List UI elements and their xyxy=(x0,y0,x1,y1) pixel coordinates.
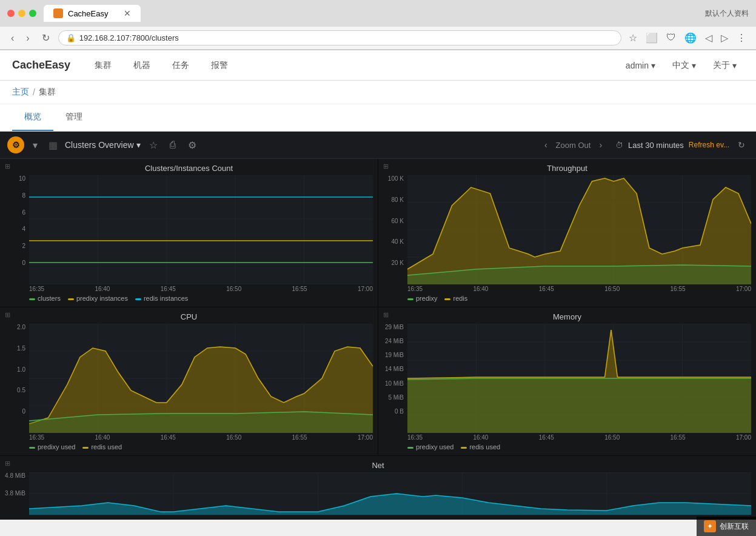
nav-task[interactable]: 任务 xyxy=(162,55,199,76)
chart-throughput: ⊞ Throughput 100 K 80 K 60 K 40 K 20 K xyxy=(378,159,756,307)
app-nav-right: admin▾ 中文▾ 关于▾ xyxy=(618,55,744,76)
browser-tab-empty xyxy=(148,10,177,17)
tab-close-button[interactable]: ✕ xyxy=(124,8,131,18)
chart-net: ⊞ Net 4.8 MiB 3.8 MiB xyxy=(0,456,756,520)
address-text: 192.168.2.107:7800/clusters xyxy=(79,33,614,42)
browser-chrome: CacheEasy ✕ 默认个人资料 ‹ › ↻ 🔒 192.168.2.107… xyxy=(0,0,756,50)
chart-area-instances: 10 8 6 4 2 0 xyxy=(5,175,373,302)
chart-svg-net xyxy=(29,472,751,515)
about-menu[interactable]: 关于▾ xyxy=(706,55,744,76)
tab-overview[interactable]: 概览 xyxy=(12,104,53,131)
dashboard: ⚙ ▾ ▦ Clusters Overview ▾ ☆ ⎙ ⚙ ‹ Zoom O… xyxy=(0,132,756,520)
chart-title-cpu: CPU xyxy=(5,312,373,321)
bookmark-icon[interactable]: ☆ xyxy=(626,31,640,45)
browser-nav: ‹ › ↻ 🔒 192.168.2.107:7800/clusters ☆ ⬜ … xyxy=(0,27,756,50)
expand-icon-memory[interactable]: ⊞ xyxy=(383,311,389,319)
tab-manage[interactable]: 管理 xyxy=(53,104,95,131)
extensions-icon[interactable]: ⬜ xyxy=(643,31,660,45)
dash-logo-arrow[interactable]: ▾ xyxy=(29,138,41,152)
more-icon[interactable]: ⋮ xyxy=(734,31,749,45)
y-labels-instances: 10 8 6 4 2 0 xyxy=(5,175,28,266)
y-labels-memory: 29 MiB 24 MiB 19 MiB 14 MiB 10 MiB 5 MiB… xyxy=(383,324,406,415)
refresh-label: Refresh ev... xyxy=(689,141,729,149)
clock-icon: ⏱ xyxy=(615,141,623,150)
nav-back-button[interactable]: ‹ xyxy=(7,32,18,45)
svg-marker-47 xyxy=(407,378,751,433)
minimize-dot[interactable] xyxy=(18,10,25,17)
x-labels-memory: 16:35 16:40 16:45 16:50 16:55 17:00 xyxy=(407,433,751,441)
chart-svg-cpu xyxy=(29,324,373,433)
app-header: CacheEasy 集群 机器 任务 报警 admin▾ 中文▾ 关于▾ xyxy=(0,50,756,81)
legend-cpu: predixy used redis used xyxy=(5,441,373,451)
settings-icon[interactable]: ⚙ xyxy=(184,138,200,152)
admin-menu[interactable]: admin▾ xyxy=(618,55,663,76)
legend-dot-redis xyxy=(135,298,141,300)
chart-title-instances: Clusters/Instances Count xyxy=(5,164,373,173)
refresh-button[interactable]: ↻ xyxy=(734,139,749,151)
legend-throughput: predixy redis xyxy=(383,292,751,302)
zoom-next-button[interactable]: › xyxy=(595,139,606,151)
expand-icon-throughput[interactable]: ⊞ xyxy=(383,162,389,170)
nav-machine[interactable]: 机器 xyxy=(124,55,160,76)
expand-icon-cpu[interactable]: ⊞ xyxy=(5,311,10,319)
dash-right-controls: ‹ Zoom Out › ⏱ Last 30 minutes Refresh e… xyxy=(541,139,749,151)
translate-icon[interactable]: 🌐 xyxy=(682,31,699,45)
expand-icon-net[interactable]: ⊞ xyxy=(5,460,10,467)
app-logo: CacheEasy xyxy=(12,59,70,72)
breadcrumb-separator: / xyxy=(33,87,35,97)
breadcrumb-current: 集群 xyxy=(39,87,56,98)
time-range-label: Last 30 minutes xyxy=(628,141,684,150)
expand-icon[interactable]: ⊞ xyxy=(5,162,10,170)
share-icon[interactable]: ⎙ xyxy=(166,138,179,152)
browser-title-bar: CacheEasy ✕ 默认个人资料 xyxy=(0,0,756,27)
breadcrumb-home[interactable]: 主页 xyxy=(12,87,29,98)
lock-icon: 🔒 xyxy=(66,33,76,42)
nav-next-icon[interactable]: ▷ xyxy=(718,31,731,45)
browser-dots xyxy=(7,10,36,17)
address-bar[interactable]: 🔒 192.168.2.107:7800/clusters xyxy=(58,30,621,45)
maximize-dot[interactable] xyxy=(29,10,36,17)
close-dot[interactable] xyxy=(7,10,15,17)
chart-svg-throughput xyxy=(407,175,751,284)
charts-grid: ⊞ Clusters/Instances Count 10 8 6 4 2 0 xyxy=(0,159,756,520)
legend-dot-predixy-tp xyxy=(407,298,413,300)
chart-instances-count: ⊞ Clusters/Instances Count 10 8 6 4 2 0 xyxy=(0,159,378,307)
dashboard-title: Clusters Overview ▾ xyxy=(65,140,141,150)
legend-dot-redis-tp xyxy=(444,298,450,300)
legend-dot-predixy-cpu xyxy=(29,447,35,449)
nav-icons: ☆ ⬜ 🛡 🌐 ◁ ▷ ⋮ xyxy=(626,31,749,45)
dashboard-toolbar: ⚙ ▾ ▦ Clusters Overview ▾ ☆ ⎙ ⚙ ‹ Zoom O… xyxy=(0,132,756,159)
nav-refresh-button[interactable]: ↻ xyxy=(38,31,53,45)
chart-title-memory: Memory xyxy=(383,312,751,321)
tab-title: CacheEasy xyxy=(68,9,108,18)
y-labels-cpu: 2.0 1.5 1.0 0.5 0 xyxy=(5,324,28,415)
legend-dot-redis-cpu xyxy=(82,447,89,449)
star-icon[interactable]: ☆ xyxy=(146,138,161,152)
browser-tab[interactable]: CacheEasy ✕ xyxy=(44,5,141,22)
nav-alert[interactable]: 报警 xyxy=(201,55,238,76)
nav-prev-icon[interactable]: ◁ xyxy=(703,31,715,45)
chart-area-memory: 29 MiB 24 MiB 19 MiB 14 MiB 10 MiB 5 MiB… xyxy=(383,324,751,451)
legend-memory: predixy used redis used xyxy=(383,441,751,451)
y-labels-net: 4.8 MiB 3.8 MiB xyxy=(5,472,28,497)
nav-forward-button[interactable]: › xyxy=(22,32,33,45)
page-tabs: 概览 管理 xyxy=(0,104,756,132)
chart-title-net: Net xyxy=(5,461,751,470)
zoom-out-label: Zoom Out xyxy=(556,141,591,150)
chart-area-cpu: 2.0 1.5 1.0 0.5 0 xyxy=(5,324,373,451)
nav-cluster[interactable]: 集群 xyxy=(85,55,121,76)
chart-cpu: ⊞ CPU 2.0 1.5 1.0 0.5 0 xyxy=(0,307,378,455)
shield-icon[interactable]: 🛡 xyxy=(664,31,678,45)
language-menu[interactable]: 中文▾ xyxy=(665,55,703,76)
grid-icon: ▦ xyxy=(49,139,58,151)
x-labels-throughput: 16:35 16:40 16:45 16:50 16:55 17:00 xyxy=(407,284,751,292)
zoom-prev-button[interactable]: ‹ xyxy=(541,139,551,151)
breadcrumb: 主页 / 集群 xyxy=(0,81,756,104)
legend-dot-redis-mem xyxy=(461,447,467,449)
watermark: ✦ 创新互联 xyxy=(697,517,756,520)
x-labels-instances: 16:35 16:40 16:45 16:50 16:55 17:00 xyxy=(29,284,373,292)
app-nav: 集群 机器 任务 报警 xyxy=(85,55,238,76)
grafana-logo: ⚙ xyxy=(7,136,24,153)
chart-svg-instances xyxy=(29,175,373,284)
chart-area-throughput: 100 K 80 K 60 K 40 K 20 K xyxy=(383,175,751,302)
